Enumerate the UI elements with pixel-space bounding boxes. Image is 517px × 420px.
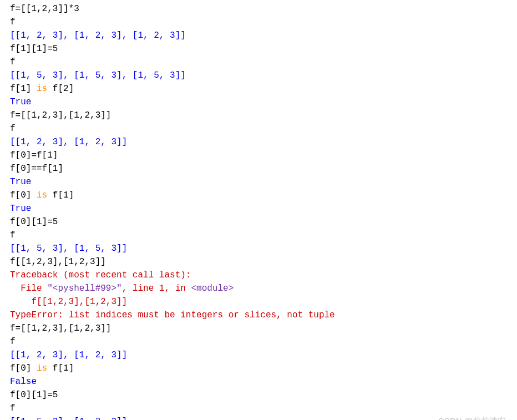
input-line: f=[[1,2,3]]*3 xyxy=(10,2,517,16)
code-span: TypeError xyxy=(10,310,58,320)
input-line: f[0] is f[1] xyxy=(10,362,517,375)
code-line: f=[[1,2,3],[1,2,3]] xyxy=(0,109,517,122)
code-line: f[[1,2,3],[1,2,3]] xyxy=(0,295,517,308)
output-line: [[1, 2, 3], [1, 2, 3]] xyxy=(10,135,517,149)
input-line: f xyxy=(10,16,517,29)
code-span: f xyxy=(10,57,16,67)
input-line: f[0][1]=5 xyxy=(10,388,517,402)
code-span: f[1][1]=5 xyxy=(10,44,58,54)
code-span: [[1, 2, 3], [1, 2, 3], [1, 2, 3]] xyxy=(10,31,186,41)
code-line: True xyxy=(0,202,517,215)
input-line: f[1][1]=5 xyxy=(10,42,517,55)
output-line: File "<pyshell#99>", line 1, in <module> xyxy=(10,282,517,295)
code-span: True xyxy=(10,97,31,107)
output-line: False xyxy=(10,375,517,388)
code-span: is xyxy=(37,84,47,94)
code-line: True xyxy=(0,175,517,189)
code-line: [[1, 2, 3], [1, 2, 3], [1, 2, 3]] xyxy=(0,29,517,42)
code-line: Traceback (most recent call last): xyxy=(0,269,517,282)
input-line: f[[1,2,3],[1,2,3]] xyxy=(10,255,517,269)
code-line: True xyxy=(0,95,517,109)
code-line: f[0][1]=5 xyxy=(0,215,517,229)
code-span: f[[1,2,3],[1,2,3]] xyxy=(10,257,106,267)
code-span: [[1, 5, 3], [1, 2, 3]] xyxy=(10,417,127,420)
python-shell-output: f=[[1,2,3]]*3f[[1, 2, 3], [1, 2, 3], [1,… xyxy=(0,2,517,420)
input-line: f[0] is f[1] xyxy=(10,189,517,202)
input-line: f=[[1,2,3],[1,2,3]] xyxy=(10,109,517,122)
output-line: TypeError: list indices must be integers… xyxy=(10,308,517,322)
code-line: [[1, 2, 3], [1, 2, 3]] xyxy=(0,348,517,362)
code-line: f[0]=f[1] xyxy=(0,149,517,162)
code-span: [[1, 2, 3], [1, 2, 3]] xyxy=(10,137,127,147)
output-line: True xyxy=(10,95,517,109)
code-line: f[0] is f[1] xyxy=(0,189,517,202)
code-span: is xyxy=(37,190,47,200)
code-span: <module> xyxy=(191,284,234,294)
code-span: f[0] xyxy=(10,363,37,373)
code-line: f xyxy=(0,402,517,415)
code-line: f[[1,2,3],[1,2,3]] xyxy=(0,255,517,269)
code-span: f xyxy=(10,337,16,347)
input-line: f xyxy=(10,335,517,348)
output-line: [[1, 5, 3], [1, 5, 3], [1, 5, 3]] xyxy=(10,69,517,82)
input-line: f xyxy=(10,402,517,415)
code-span: [[1, 5, 3], [1, 5, 3], [1, 5, 3]] xyxy=(10,70,186,80)
code-line: File "<pyshell#99>", line 1, in <module> xyxy=(0,282,517,295)
code-line: f[1][1]=5 xyxy=(0,42,517,55)
watermark: CSDN @莉莉诗安 xyxy=(438,415,506,421)
input-line: f xyxy=(10,55,517,69)
input-line: f=[[1,2,3],[1,2,3]] xyxy=(10,322,517,335)
code-line: f[0] is f[1] xyxy=(0,362,517,375)
input-line: f xyxy=(10,229,517,242)
code-span: True xyxy=(10,204,31,214)
output-line: True xyxy=(10,202,517,215)
code-span: f[0][1]=5 xyxy=(10,390,58,400)
code-line: f[0]==f[1] xyxy=(0,162,517,175)
code-line: f[0][1]=5 xyxy=(0,388,517,402)
output-line: [[1, 2, 3], [1, 2, 3]] xyxy=(10,348,517,362)
code-line: f xyxy=(0,122,517,135)
code-span: f[0]=f[1] xyxy=(10,150,58,160)
code-span: : list indices must be integers or slice… xyxy=(58,310,334,320)
output-line: [[1, 5, 3], [1, 5, 3]] xyxy=(10,242,517,255)
code-span: True xyxy=(10,177,31,187)
code-line: f xyxy=(0,335,517,348)
input-line: f[0][1]=5 xyxy=(10,215,517,229)
code-span: is xyxy=(37,363,47,373)
code-line: f=[[1,2,3],[1,2,3]] xyxy=(0,322,517,335)
code-line: f[1] is f[2] xyxy=(0,82,517,95)
code-span: False xyxy=(10,377,37,387)
code-span: "<pyshell#99>" xyxy=(47,284,121,294)
code-span: f xyxy=(10,124,16,134)
code-span: File xyxy=(10,284,47,294)
code-span: f[1] xyxy=(47,363,74,373)
code-span: f[[1,2,3],[1,2,3]] xyxy=(10,297,127,307)
code-span: Traceback (most recent call last): xyxy=(10,270,191,280)
input-line: f[1] is f[2] xyxy=(10,82,517,95)
code-span: f[1] xyxy=(10,84,37,94)
output-line: Traceback (most recent call last): xyxy=(10,269,517,282)
code-line: [[1, 5, 3], [1, 5, 3]] xyxy=(0,242,517,255)
code-line: f=[[1,2,3]]*3 xyxy=(0,2,517,16)
code-span: f=[[1,2,3]]*3 xyxy=(10,4,79,14)
input-line: f[0]==f[1] xyxy=(10,162,517,175)
code-span: [[1, 5, 3], [1, 5, 3]] xyxy=(10,244,127,254)
code-line: f xyxy=(0,55,517,69)
code-line: f xyxy=(0,16,517,29)
code-span: f=[[1,2,3],[1,2,3]] xyxy=(10,110,111,120)
code-line: [[1, 5, 3], [1, 5, 3], [1, 5, 3]] xyxy=(0,69,517,82)
code-span: f[0]==f[1] xyxy=(10,164,63,174)
code-span: f[1] xyxy=(47,190,74,200)
output-line: f[[1,2,3],[1,2,3]] xyxy=(10,295,517,308)
code-span: f[2] xyxy=(47,84,74,94)
code-span: , line 1, in xyxy=(122,284,191,294)
code-line: False xyxy=(0,375,517,388)
output-line: True xyxy=(10,175,517,189)
code-span: f xyxy=(10,230,16,240)
code-span: [[1, 2, 3], [1, 2, 3]] xyxy=(10,350,127,360)
code-line: [[1, 2, 3], [1, 2, 3]] xyxy=(0,135,517,149)
code-span: f[0] xyxy=(10,190,37,200)
code-span: f[0][1]=5 xyxy=(10,217,58,227)
code-line: TypeError: list indices must be integers… xyxy=(0,308,517,322)
input-line: f[0]=f[1] xyxy=(10,149,517,162)
